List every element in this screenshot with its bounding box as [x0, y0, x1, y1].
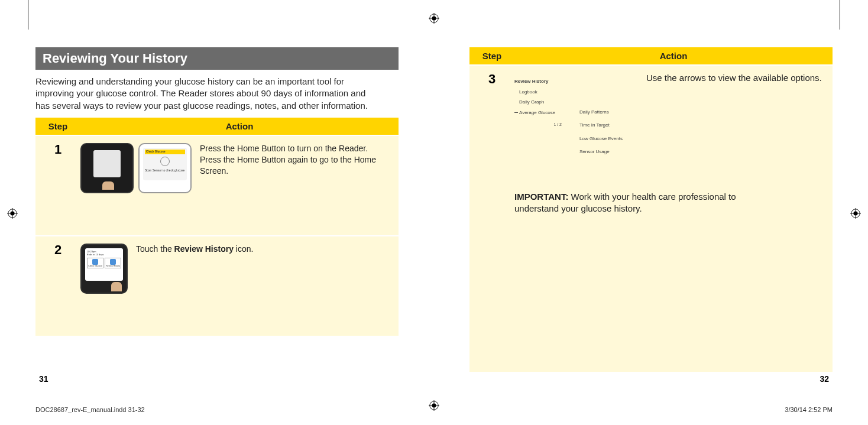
table-header-row: Step Action	[35, 118, 399, 135]
review-history-menu: Review History Logbook Daily Graph Avera…	[514, 76, 562, 159]
step1-illustrations: Check Glucose Scan Sensor to check gluco…	[80, 143, 192, 228]
mini-btn-review: Review History	[106, 265, 119, 267]
page-number-left: 31	[39, 374, 48, 384]
menu-item: Logbook	[514, 87, 562, 98]
menu-item: Average Glucose	[514, 108, 562, 118]
mini-btn-check: Check Glucose	[88, 265, 102, 267]
mini-sensor-life: Ends in 14 days	[87, 253, 103, 256]
step2-desc-post: icon.	[234, 244, 253, 254]
step-row-1: 1 Check Glucose Scan Sensor to check glu…	[35, 135, 399, 235]
step3-description: Use the arrows to view the available opt…	[646, 73, 822, 83]
menu-option: Time In Target	[579, 119, 623, 132]
col-header-step: Step	[35, 118, 80, 135]
step-number: 1	[35, 136, 80, 235]
page-number-right: 32	[820, 374, 829, 384]
step2-description: Touch the Review History icon.	[136, 244, 253, 329]
step1-description: Press the Home Button to turn on the Rea…	[200, 143, 390, 228]
col-header-action: Action	[80, 118, 399, 135]
page-right: Step Action 3 Review History Logbook Dai…	[469, 47, 833, 378]
device-check-glucose-icon: Check Glucose Scan Sensor to check gluco…	[138, 143, 192, 193]
review-history-options: Daily Patterns Time In Target Low Glucos…	[579, 106, 623, 159]
page-left: Reviewing Your History Reviewing and und…	[35, 47, 399, 378]
footer-datetime: 3/30/14 2:52 PM	[785, 406, 833, 413]
important-label: IMPORTANT:	[514, 192, 568, 202]
table-header-row: Step Action	[469, 47, 833, 64]
menu-option: Low Glucose Events	[579, 132, 623, 145]
step3-menu-illustration: Review History Logbook Daily Graph Avera…	[514, 76, 623, 159]
device-home-icon: 10:23pm Ends in 14 days Check Glucose	[80, 244, 128, 294]
footer-doc-id: DOC28687_rev-E_manual.indd 31-32	[35, 406, 145, 413]
mini-screen-title: Check Glucose	[145, 150, 185, 154]
important-note: IMPORTANT: Work with your health care pr…	[514, 191, 769, 215]
registration-mark-icon	[7, 208, 18, 219]
page-spread: Reviewing Your History Reviewing and und…	[35, 47, 833, 378]
step-number: 3	[469, 66, 514, 87]
crop-mark	[28, 0, 28, 30]
crop-mark	[840, 0, 840, 30]
registration-mark-icon	[429, 13, 439, 24]
registration-mark-icon	[429, 400, 439, 413]
intro-paragraph: Reviewing and understanding your glucose…	[35, 76, 378, 112]
step-table: Step Action 1 Check Glucose	[35, 118, 399, 336]
mini-screen-text: Scan Sensor to check glucose	[145, 168, 185, 172]
menu-option: Daily Patterns	[579, 106, 623, 119]
col-header-action: Action	[514, 47, 833, 64]
step-number: 2	[35, 236, 80, 336]
device-off-icon	[80, 143, 134, 193]
step-row-3: 3 Review History Logbook Daily Graph Ave…	[469, 64, 833, 372]
menu-option: Sensor Usage	[579, 145, 623, 158]
col-header-step: Step	[469, 47, 514, 64]
menu-page-indicator: 1 / 2	[514, 120, 562, 129]
step2-desc-bold: Review History	[174, 244, 234, 254]
step-row-2: 2 10:23pm Ends in 14 days Check Glucose	[35, 235, 399, 336]
menu-item: Daily Graph	[514, 97, 562, 108]
step2-illustration: 10:23pm Ends in 14 days Check Glucose	[80, 244, 128, 329]
section-header: Reviewing Your History	[35, 47, 399, 70]
step2-desc-pre: Touch the	[136, 244, 174, 254]
menu-title: Review History	[514, 76, 562, 87]
registration-mark-icon	[850, 208, 861, 219]
step-table-right: Step Action 3 Review History Logbook Dai…	[469, 47, 833, 372]
